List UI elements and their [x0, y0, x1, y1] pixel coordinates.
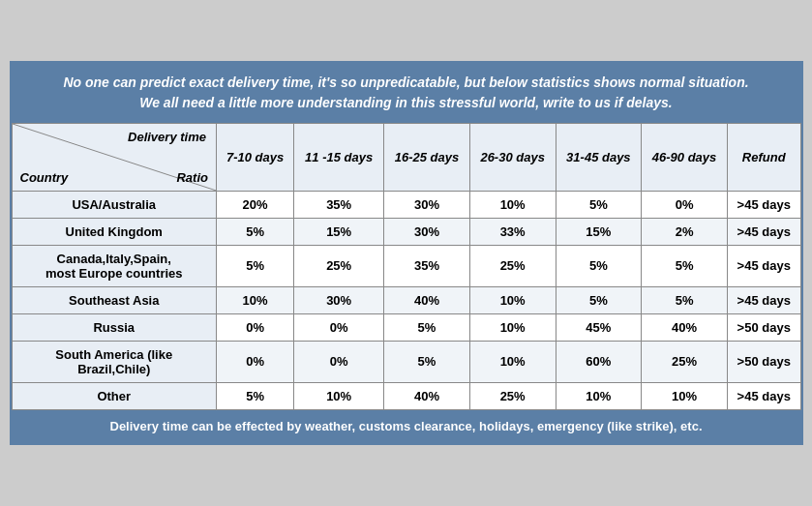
table-row: South America (like Brazil,Chile)0%0%5%1…	[12, 341, 800, 382]
data-cell: 25%	[642, 341, 728, 382]
data-cell: >45 days	[727, 382, 800, 409]
country-cell: Russia	[12, 313, 216, 341]
header-banner: No one can predict exact delivery time, …	[12, 63, 801, 123]
header-line2: We all need a little more understanding …	[27, 93, 786, 113]
data-cell: 40%	[642, 313, 728, 341]
data-cell: >45 days	[727, 286, 800, 313]
footer-banner: Delivery time can be effected by weather…	[12, 410, 801, 443]
data-cell: 30%	[384, 191, 470, 218]
table-header-row: Delivery time Country Ratio 7-10 days 11…	[12, 123, 800, 191]
data-cell: 60%	[556, 341, 642, 382]
table-row: Russia0%0%5%10%45%40%>50 days	[12, 313, 800, 341]
data-cell: 5%	[216, 382, 293, 409]
data-cell: 25%	[469, 245, 556, 286]
data-cell: 25%	[294, 245, 384, 286]
data-cell: 0%	[642, 191, 728, 218]
header-line1: No one can predict exact delivery time, …	[27, 73, 786, 93]
col-header-16-25: 16-25 days	[384, 123, 470, 191]
data-cell: 5%	[216, 218, 293, 245]
table-row: Canada,Italy,Spain, most Europe countrie…	[12, 245, 800, 286]
data-cell: 5%	[556, 286, 642, 313]
data-cell: 0%	[216, 313, 293, 341]
country-cell: Southeast Asia	[12, 286, 216, 313]
data-cell: 2%	[642, 218, 728, 245]
col-header-11-15: 11 -15 days	[294, 123, 384, 191]
data-cell: >45 days	[727, 191, 800, 218]
table-row: United Kingdom5%15%30%33%15%2%>45 days	[12, 218, 800, 245]
data-cell: >50 days	[727, 341, 800, 382]
country-cell: Other	[12, 382, 216, 409]
data-cell: 20%	[216, 191, 293, 218]
data-cell: 10%	[642, 382, 728, 409]
data-cell: >45 days	[727, 245, 800, 286]
col-header-31-45: 31-45 days	[556, 123, 642, 191]
footer-text: Delivery time can be effected by weather…	[110, 419, 703, 433]
country-cell: USA/Australia	[12, 191, 216, 218]
country-cell: South America (like Brazil,Chile)	[12, 341, 216, 382]
table-row: Southeast Asia10%30%40%10%5%5%>45 days	[12, 286, 800, 313]
data-cell: 30%	[384, 218, 470, 245]
data-cell: 30%	[294, 286, 384, 313]
corner-ratio-label: Ratio	[176, 170, 208, 185]
data-cell: 45%	[556, 313, 642, 341]
data-cell: >45 days	[727, 218, 800, 245]
data-cell: >50 days	[727, 313, 800, 341]
data-cell: 5%	[216, 245, 293, 286]
delivery-table: Delivery time Country Ratio 7-10 days 11…	[12, 123, 801, 410]
data-cell: 10%	[469, 286, 556, 313]
data-cell: 5%	[384, 313, 470, 341]
col-header-46-90: 46-90 days	[642, 123, 728, 191]
table-wrapper: Delivery time Country Ratio 7-10 days 11…	[12, 123, 801, 410]
data-cell: 40%	[384, 382, 470, 409]
data-cell: 33%	[469, 218, 556, 245]
corner-header-cell: Delivery time Country Ratio	[12, 123, 216, 191]
data-cell: 0%	[294, 341, 384, 382]
data-cell: 35%	[384, 245, 470, 286]
data-cell: 10%	[294, 382, 384, 409]
data-cell: 5%	[556, 191, 642, 218]
data-cell: 25%	[469, 382, 556, 409]
col-header-26-30: 26-30 days	[469, 123, 556, 191]
data-cell: 0%	[294, 313, 384, 341]
country-cell: Canada,Italy,Spain, most Europe countrie…	[12, 245, 216, 286]
data-cell: 5%	[642, 286, 728, 313]
data-cell: 40%	[384, 286, 470, 313]
table-row: Other5%10%40%25%10%10%>45 days	[12, 382, 800, 409]
data-cell: 0%	[216, 341, 293, 382]
data-cell: 10%	[469, 341, 556, 382]
data-cell: 10%	[556, 382, 642, 409]
data-cell: 5%	[642, 245, 728, 286]
main-container: No one can predict exact delivery time, …	[10, 61, 803, 445]
table-body: USA/Australia20%35%30%10%5%0%>45 daysUni…	[12, 191, 800, 409]
corner-delivery-label: Delivery time	[128, 130, 206, 144]
data-cell: 5%	[384, 341, 470, 382]
data-cell: 35%	[294, 191, 384, 218]
data-cell: 15%	[294, 218, 384, 245]
data-cell: 10%	[216, 286, 293, 313]
table-row: USA/Australia20%35%30%10%5%0%>45 days	[12, 191, 800, 218]
corner-country-label: Country	[20, 170, 69, 185]
data-cell: 10%	[469, 191, 556, 218]
col-header-refund: Refund	[727, 123, 800, 191]
data-cell: 10%	[469, 313, 556, 341]
data-cell: 5%	[556, 245, 642, 286]
country-cell: United Kingdom	[12, 218, 216, 245]
data-cell: 15%	[556, 218, 642, 245]
col-header-7-10: 7-10 days	[216, 123, 293, 191]
